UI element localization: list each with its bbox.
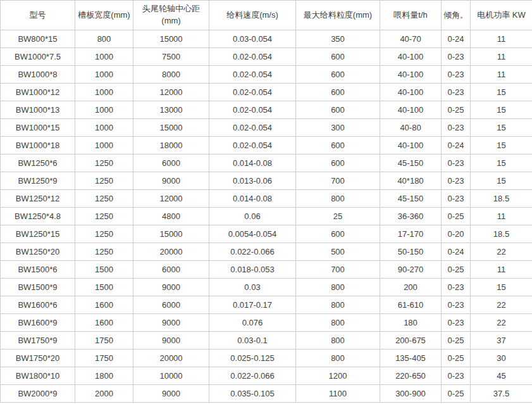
table-cell: 18.5: [471, 225, 532, 243]
table-cell: 0.025-0.125: [209, 350, 296, 367]
table-cell: 9000: [133, 385, 209, 403]
table-cell: 200: [380, 279, 442, 296]
table-cell: 800: [296, 332, 380, 350]
table-cell: 40-100: [380, 137, 442, 155]
table-cell: BW1000*18: [1, 137, 75, 155]
table-cell: 22: [471, 314, 532, 332]
table-cell: 90-270: [380, 261, 442, 279]
table-cell: 135-405: [380, 350, 442, 367]
table-cell: BW1500*6: [1, 261, 75, 279]
table-cell: 1600: [75, 314, 133, 332]
column-header-trough-width: 槽板宽度(mm): [75, 1, 133, 30]
table-cell: 15: [471, 101, 532, 119]
table-header: 型号 槽板宽度(mm) 头尾轮轴中心距 (mm) 给料速度(m/s) 最大给料粒…: [1, 1, 532, 30]
table-cell: 15: [471, 279, 532, 296]
table-row: BW1000*8100080000.02-0.05460040-1000-231…: [1, 66, 532, 84]
table-row: BW2000*9200090000.035-0.1051100300-9000-…: [1, 385, 532, 403]
table-cell: 50-150: [380, 243, 442, 261]
table-cell: 300-900: [380, 385, 442, 403]
table-cell: 600: [296, 66, 380, 84]
table-cell: 0-23: [442, 314, 471, 332]
table-cell: 600: [296, 137, 380, 155]
table-row: BW1250*201250200000.022-0.06650050-1500-…: [1, 243, 532, 261]
table-body: BW800*15800150000.03-0.05435040-700-2411…: [1, 30, 532, 403]
table-row: BW1000*121000120000.02-0.05460040-1000-2…: [1, 84, 532, 101]
table-cell: 1250: [75, 208, 133, 225]
table-cell: 61-610: [380, 296, 442, 314]
table-cell: 2000: [75, 385, 133, 403]
table-cell: 40*180: [380, 172, 442, 190]
table-cell: 1000: [75, 119, 133, 137]
table-cell: 0-24: [442, 137, 471, 155]
table-row: BW1600*6160060000.017-0.1780061-6100-232…: [1, 296, 532, 314]
table-row: BW800*15800150000.03-0.05435040-700-2411: [1, 30, 532, 48]
table-cell: 0.022-0.066: [209, 243, 296, 261]
table-cell: 0-23: [442, 279, 471, 296]
table-cell: 0.02-0.054: [209, 101, 296, 119]
table-cell: 11: [471, 261, 532, 279]
table-cell: BW1250*15: [1, 225, 75, 243]
table-row: BW1250*151250150000.0054-0.05460017-1700…: [1, 225, 532, 243]
column-header-incline-angle: 倾角。: [442, 1, 471, 30]
table-cell: 4800: [133, 208, 209, 225]
table-cell: 0-25: [442, 350, 471, 367]
table-cell: 0.02-0.054: [209, 84, 296, 101]
table-cell: 17-170: [380, 225, 442, 243]
table-row: BW1250*4.8125048000.062536-3600-2511: [1, 208, 532, 225]
table-cell: 1800: [75, 367, 133, 385]
table-cell: 700: [296, 261, 380, 279]
table-cell: 0.076: [209, 314, 296, 332]
table-cell: 15000: [133, 30, 209, 48]
table-row: BW1250*9125090000.013-0.0670040*1800-231…: [1, 172, 532, 190]
table-cell: 1250: [75, 172, 133, 190]
table-cell: 11: [471, 30, 532, 48]
column-header-feed-capacity: 喂料量t/h: [380, 1, 442, 30]
table-cell: 20000: [133, 350, 209, 367]
table-cell: 22: [471, 296, 532, 314]
table-cell: 1000: [75, 137, 133, 155]
table-cell: 45: [471, 367, 532, 385]
table-row: BW1500*9150090000.038002000-2315: [1, 279, 532, 296]
table-cell: 40-80: [380, 119, 442, 137]
table-cell: 40-70: [380, 30, 442, 48]
table-cell: 8000: [133, 66, 209, 84]
table-row: BW1000*131000130000.02-0.05460040-1000-2…: [1, 101, 532, 119]
table-cell: 1000: [75, 48, 133, 66]
table-cell: BW1250*9: [1, 172, 75, 190]
table-cell: 0.0054-0.054: [209, 225, 296, 243]
table-cell: 0.03-0.1: [209, 332, 296, 350]
table-cell: 9000: [133, 172, 209, 190]
table-cell: 15: [471, 119, 532, 137]
column-header-max-feed-size: 最大给料粒度(mm): [296, 1, 380, 30]
table-cell: 0.02-0.054: [209, 66, 296, 84]
table-cell: 220-650: [380, 367, 442, 385]
table-cell: 800: [296, 350, 380, 367]
table-cell: 1250: [75, 225, 133, 243]
table-cell: BW1250*4.8: [1, 208, 75, 225]
table-cell: 800: [296, 190, 380, 208]
table-cell: 0-23: [442, 190, 471, 208]
table-cell: BW1000*7.5: [1, 48, 75, 66]
table-cell: 9000: [133, 314, 209, 332]
table-cell: 1100: [296, 385, 380, 403]
table-cell: 1500: [75, 261, 133, 279]
table-cell: 0-23: [442, 48, 471, 66]
table-cell: BW1250*6: [1, 155, 75, 172]
table-cell: 0.017-0.17: [209, 296, 296, 314]
table-row: BW1250*121250120000.014-0.0880045-1500-2…: [1, 190, 532, 208]
table-cell: 800: [296, 279, 380, 296]
table-cell: 22: [471, 243, 532, 261]
table-cell: 350: [296, 30, 380, 48]
table-cell: 500: [296, 243, 380, 261]
table-cell: 200-675: [380, 332, 442, 350]
table-cell: BW1600*9: [1, 314, 75, 332]
table-cell: 15: [471, 155, 532, 172]
table-cell: 0.02-0.054: [209, 48, 296, 66]
table-row: BW1800*101800100000.022-0.0661200220-650…: [1, 367, 532, 385]
page: 型号 槽板宽度(mm) 头尾轮轴中心距 (mm) 给料速度(m/s) 最大给料粒…: [0, 0, 532, 404]
table-cell: 0-23: [442, 172, 471, 190]
table-cell: 18000: [133, 137, 209, 155]
table-cell: 1000: [75, 84, 133, 101]
table-cell: 37: [471, 332, 532, 350]
table-cell: 0.014-0.08: [209, 155, 296, 172]
